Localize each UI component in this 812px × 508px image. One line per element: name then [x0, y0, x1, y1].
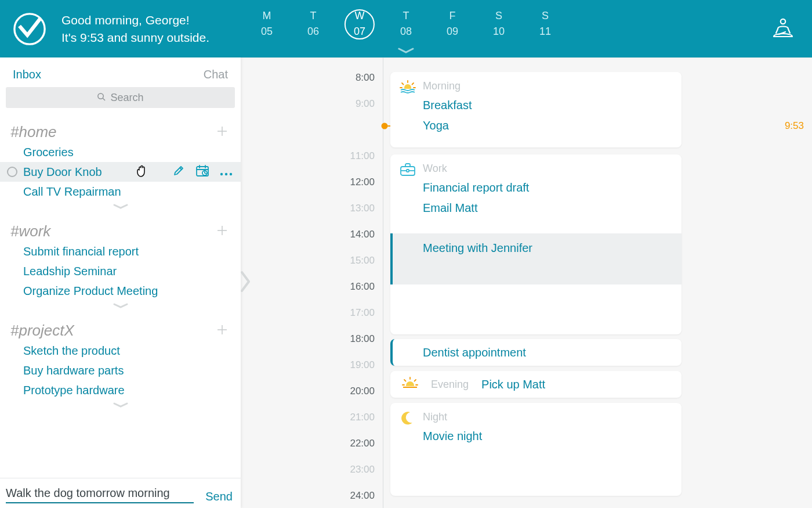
meeting-block[interactable]: Meeting with Jennifer	[390, 233, 682, 284]
sidebar: Inbox Chat Search #home Groceries Buy Do…	[0, 57, 241, 508]
moon-icon	[400, 411, 415, 428]
agenda-item[interactable]: Breakfast	[423, 99, 670, 112]
tab-inbox[interactable]: Inbox	[13, 68, 41, 81]
task-item[interactable]: Groceries	[0, 142, 241, 162]
task-item[interactable]: Organize Product Meeting	[0, 281, 241, 301]
day-wed[interactable]: W 07	[354, 10, 365, 38]
hour-label: 9:00	[356, 98, 375, 110]
agenda-item[interactable]: Yoga	[423, 119, 670, 132]
hour-label: 22:00	[350, 438, 375, 449]
svg-point-1	[781, 19, 785, 23]
list-header-projectx: #projectX	[0, 309, 241, 341]
task-item[interactable]: Leadship Seminar	[0, 261, 241, 281]
list-name: #work	[10, 222, 50, 240]
sidebar-tabs: Inbox Chat	[0, 57, 241, 87]
task-item[interactable]: Call TV Repairman	[0, 182, 241, 201]
search-input[interactable]: Search	[6, 87, 235, 108]
task-item-hover[interactable]: Buy Door Knob	[0, 162, 241, 182]
task-lists: #home Groceries Buy Door Knob	[0, 108, 241, 478]
svg-point-14	[220, 172, 223, 175]
main: Inbox Chat Search #home Groceries Buy Do…	[0, 57, 812, 508]
more-icon[interactable]	[220, 165, 233, 179]
task-actions	[172, 164, 233, 180]
day-mon[interactable]: M 05	[261, 10, 273, 38]
card-morning[interactable]: Morning Breakfast Yoga	[390, 72, 682, 147]
list-name: #projectX	[10, 322, 74, 340]
hour-label: 23:00	[350, 464, 375, 475]
section-label: Work	[423, 163, 447, 175]
meditation-icon[interactable]	[771, 17, 795, 41]
plus-icon[interactable]	[216, 324, 228, 338]
list-name: #home	[10, 123, 57, 141]
day-sun[interactable]: S 11	[539, 10, 551, 38]
card-night[interactable]: Night Movie night	[390, 403, 682, 496]
card-appointment[interactable]: Dentist appointment	[390, 339, 682, 366]
task-item[interactable]: Prototype hardware	[0, 380, 241, 400]
send-button[interactable]: Send	[205, 490, 233, 503]
plus-icon[interactable]	[216, 125, 228, 139]
greeting-line2: It's 9:53 and sunny outside.	[61, 29, 209, 46]
svg-point-2	[98, 93, 103, 98]
hour-label: 16:00	[350, 281, 375, 293]
plus-icon[interactable]	[216, 225, 228, 239]
agenda-item[interactable]: Pick up Matt	[481, 378, 545, 391]
hour-label: 8:00	[356, 72, 375, 84]
hour-label: 17:00	[350, 307, 375, 319]
greeting: Good morning, George! It's 9:53 and sunn…	[61, 12, 209, 46]
task-item[interactable]: Submit financial report	[0, 242, 241, 261]
hour-label: 24:00	[350, 490, 375, 502]
day-tue[interactable]: T 06	[307, 10, 319, 38]
svg-line-3	[103, 98, 106, 100]
svg-point-16	[230, 172, 232, 175]
task-item[interactable]: Sketch the product	[0, 341, 241, 361]
chevron-down-icon	[398, 45, 414, 56]
svg-line-24	[412, 83, 414, 85]
hour-label: 20:00	[350, 385, 375, 397]
expand-handle-icon[interactable]	[241, 270, 251, 296]
day-thu[interactable]: T 08	[400, 10, 412, 38]
now-dot-icon	[382, 123, 388, 129]
compose-bar: Walk the dog tomorrow morning Send	[0, 478, 241, 508]
section-label: Evening	[431, 379, 469, 391]
chevron-down-icon[interactable]	[0, 204, 241, 210]
hour-label: 15:00	[350, 255, 375, 266]
grab-cursor-icon	[135, 163, 148, 181]
agenda-item[interactable]: Financial report draft	[423, 181, 670, 194]
briefcase-icon	[400, 163, 416, 179]
hour-label: 12:00	[350, 176, 375, 188]
now-label: 9:53	[785, 120, 804, 132]
chevron-down-icon[interactable]	[0, 402, 241, 408]
hour-label: 14:00	[350, 229, 375, 240]
chevron-down-icon[interactable]	[0, 303, 241, 309]
tab-chat[interactable]: Chat	[204, 68, 228, 81]
hour-label: 13:00	[350, 203, 375, 214]
timeline: 8:009:0011:0012:0013:0014:0015:0016:0017…	[241, 57, 812, 508]
card-work[interactable]: Work Financial report draft Email Matt M…	[390, 154, 682, 334]
sunrise-icon	[400, 80, 416, 96]
section-label: Morning	[423, 80, 461, 92]
agenda-item[interactable]: Movie night	[423, 430, 670, 443]
header: Good morning, George! It's 9:53 and sunn…	[0, 0, 812, 57]
svg-rect-30	[407, 170, 409, 172]
greeting-line1: Good morning, George!	[61, 12, 209, 28]
edit-icon[interactable]	[172, 164, 185, 180]
schedule-icon[interactable]	[195, 164, 209, 180]
search-icon	[97, 92, 106, 104]
day-fri[interactable]: F 09	[447, 10, 458, 38]
search-placeholder: Search	[110, 92, 143, 104]
svg-line-34	[415, 380, 416, 381]
compose-input[interactable]: Walk the dog tomorrow morning	[6, 487, 194, 503]
svg-point-15	[225, 172, 227, 175]
day-sat[interactable]: S 10	[493, 10, 505, 38]
week-picker: M 05 T 06 W 07 T 08 F 09 S 10 S 11	[261, 10, 551, 38]
card-evening[interactable]: Evening Pick up Matt	[390, 371, 682, 398]
checkbox-icon[interactable]	[7, 167, 17, 177]
list-header-work: #work	[0, 210, 241, 242]
agenda-item: Dentist appointment	[423, 346, 526, 359]
agenda-item[interactable]: Email Matt	[423, 201, 670, 215]
time-column: 8:009:0011:0012:0013:0014:0015:0016:0017…	[241, 57, 383, 508]
hour-label: 19:00	[350, 359, 375, 371]
section-label: Night	[423, 411, 447, 423]
hour-label: 21:00	[350, 412, 375, 423]
task-item[interactable]: Buy hardware parts	[0, 361, 241, 380]
